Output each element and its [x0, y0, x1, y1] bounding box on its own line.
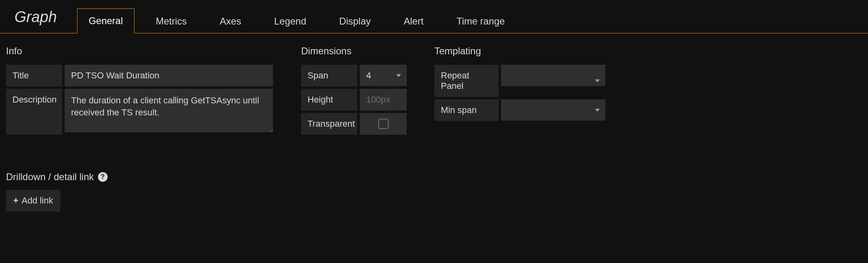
- height-label: Height: [301, 89, 357, 111]
- tab-time-range[interactable]: Time range: [445, 9, 517, 33]
- min-span-row: Min span: [434, 99, 605, 121]
- info-section: Info Title Description The duration of a…: [6, 45, 273, 137]
- info-section-title: Info: [6, 45, 273, 57]
- tab-alert[interactable]: Alert: [392, 9, 435, 33]
- dimensions-section: Dimensions Span 4 Height Transparent: [301, 45, 406, 137]
- tab-general[interactable]: General: [77, 8, 134, 33]
- transparent-checkbox[interactable]: [378, 119, 389, 129]
- editor-header: Graph General Metrics Axes Legend Displa…: [0, 0, 868, 33]
- repeat-panel-row: Repeat Panel: [434, 65, 605, 97]
- repeat-panel-label: Repeat Panel: [434, 65, 499, 97]
- drilldown-section: Drilldown / detail link ? + Add link: [0, 149, 868, 212]
- title-label: Title: [6, 65, 62, 86]
- height-row: Height: [301, 89, 406, 111]
- span-select[interactable]: 4: [360, 65, 407, 86]
- drilldown-title: Drilldown / detail link ?: [6, 171, 862, 183]
- templating-section-title: Templating: [434, 45, 605, 57]
- min-span-label: Min span: [434, 99, 499, 121]
- description-label: Description: [6, 89, 62, 135]
- panel-type-title: Graph: [0, 8, 77, 33]
- drilldown-title-text: Drilldown / detail link: [6, 171, 94, 183]
- height-input[interactable]: [360, 89, 407, 111]
- min-span-select[interactable]: [501, 99, 605, 121]
- tab-bar: General Metrics Axes Legend Display Aler…: [77, 0, 526, 33]
- help-icon[interactable]: ?: [98, 172, 108, 182]
- description-row: Description The duration of a client cal…: [6, 89, 273, 135]
- tab-legend[interactable]: Legend: [263, 9, 318, 33]
- editor-content: Info Title Description The duration of a…: [0, 33, 868, 149]
- title-input[interactable]: [65, 65, 273, 86]
- add-link-button[interactable]: + Add link: [6, 190, 60, 212]
- span-row: Span 4: [301, 65, 406, 86]
- transparent-row: Transparent: [301, 113, 406, 135]
- templating-section: Templating Repeat Panel Min span: [434, 45, 605, 137]
- tab-metrics[interactable]: Metrics: [144, 9, 198, 33]
- plus-icon: +: [13, 195, 18, 206]
- transparent-checkbox-wrap: [360, 113, 407, 135]
- repeat-panel-select[interactable]: [501, 65, 605, 86]
- tab-axes[interactable]: Axes: [208, 9, 253, 33]
- tab-display[interactable]: Display: [328, 9, 383, 33]
- add-link-label: Add link: [22, 195, 53, 206]
- span-label: Span: [301, 65, 357, 86]
- transparent-label: Transparent: [301, 113, 357, 135]
- title-row: Title: [6, 65, 273, 86]
- description-textarea[interactable]: The duration of a client calling GetTSAs…: [65, 89, 273, 132]
- dimensions-section-title: Dimensions: [301, 45, 406, 57]
